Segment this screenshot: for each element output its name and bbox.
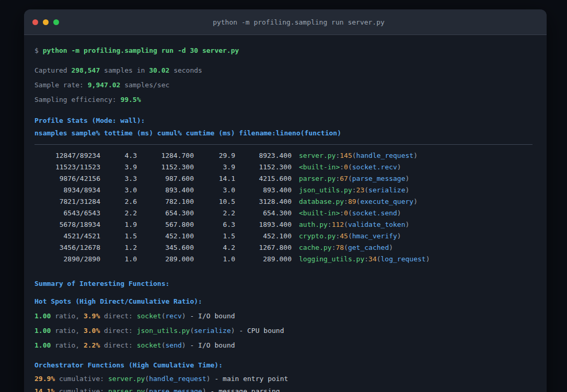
filename: <built-in>	[299, 163, 340, 171]
filename: database.py	[299, 198, 344, 205]
nsamples-cell: 5678/18934	[34, 219, 100, 230]
stats-row: 11523/115233.91152.3003.91152.300<built-…	[34, 162, 536, 173]
function-name: recv	[166, 312, 182, 320]
filename: server.py	[299, 152, 335, 159]
captured-label: Captured	[34, 66, 71, 74]
nsamples-cell: 3456/12678	[34, 242, 100, 253]
desktop-background: python -m profiling.sampling run server.…	[0, 0, 567, 392]
punctuation: )	[406, 186, 410, 194]
punctuation: (	[145, 387, 149, 392]
punctuation: (	[352, 152, 356, 159]
punctuation: (	[348, 232, 352, 240]
filename: parser.py	[108, 387, 145, 392]
nsamples-cell: 12847/89234	[34, 150, 100, 162]
tottime-cell: 289.000	[137, 253, 194, 265]
function-cell: server.py:145(handle_request)	[299, 152, 418, 159]
lineno: 0	[344, 209, 348, 217]
punctuation: (	[377, 255, 381, 263]
stats-row: 5678/189341.9567.8006.31893.400auth.py:1…	[34, 219, 536, 230]
punctuation: )	[413, 198, 418, 205]
punctuation: :	[340, 209, 344, 217]
cumulative-pct-value: 14.1%	[34, 387, 55, 392]
cumulative-pct-value: 29.9%	[34, 375, 55, 383]
punctuation: :	[340, 163, 344, 171]
summary-section-title: Summary of Interesting Functions:	[34, 276, 536, 291]
stats-table: 12847/892344.31284.70029.98923.400server…	[34, 150, 536, 265]
ratio-value: 1.00	[34, 312, 51, 320]
tottime-cell: 345.600	[137, 242, 194, 253]
punctuation: (	[364, 186, 368, 194]
stats-table-header: nsamples sample% tottime (ms) cumul% cum…	[34, 127, 536, 140]
punctuation: )	[206, 375, 211, 383]
function-name: serialize	[194, 327, 230, 335]
terminal-window: python -m profiling.sampling run server.…	[24, 9, 547, 392]
cumtime-cell: 8923.400	[235, 150, 292, 162]
tottime-cell: 782.100	[137, 196, 194, 207]
tottime-cell: 1152.300	[137, 162, 194, 173]
command-line: $ python -m profiling.sampling run -d 30…	[34, 43, 536, 58]
sample-pct-cell: 3.0	[100, 185, 137, 196]
hot-spot-line: 1.00 ratio, 2.2% direct: socket(send) - …	[34, 338, 536, 353]
function-name: execute_query	[360, 198, 413, 205]
note-text: - message parsing	[206, 387, 280, 392]
function-name: validate_token	[348, 221, 406, 228]
tottime-cell: 1284.700	[137, 150, 194, 162]
close-button[interactable]	[32, 19, 38, 25]
punctuation: )	[426, 255, 430, 263]
sample-rate-value: 9,947.02	[88, 81, 121, 89]
direct-label: direct:	[100, 312, 136, 320]
punctuation: :	[352, 186, 356, 194]
function-cell: crypto.py:45(hmac_verify)	[299, 232, 401, 240]
note-text: - main entry point	[211, 375, 288, 383]
hot-spots-title: Hot Spots (High Direct/Cumulative Ratio)…	[34, 294, 536, 309]
sample-pct-cell: 2.2	[100, 207, 137, 219]
sample-pct-cell: 1.9	[100, 219, 137, 230]
efficiency-value: 99.5%	[120, 96, 141, 103]
cumul-pct-cell: 4.2	[194, 242, 235, 253]
stats-row: 7821/312842.6782.10010.53128.400database…	[34, 196, 536, 207]
punctuation: :	[344, 198, 348, 205]
cumul-pct-cell: 6.3	[194, 219, 235, 230]
cumtime-cell: 654.300	[235, 207, 292, 219]
function-name: send	[166, 341, 182, 349]
function-name: serialize	[368, 186, 405, 194]
ratio-value: 1.00	[34, 341, 51, 349]
efficiency-line: Sampling efficiency: 99.5%	[34, 93, 536, 107]
cumul-pct-cell: 1.5	[194, 230, 235, 242]
orchestrator-line: 29.9% cumulative: server.py(handle_reque…	[34, 373, 536, 385]
punctuation: :	[364, 255, 368, 263]
sample-pct-cell: 1.0	[100, 253, 137, 265]
punctuation: (	[344, 244, 348, 251]
nsamples-cell: 4521/4521	[34, 230, 100, 242]
lineno: 0	[344, 163, 348, 171]
tottime-cell: 987.600	[137, 173, 194, 185]
direct-pct-value: 3.9%	[84, 312, 100, 320]
maximize-button[interactable]	[53, 19, 59, 25]
punctuation: (	[348, 175, 352, 182]
punctuation: )	[182, 312, 186, 320]
filename: socket	[137, 312, 161, 320]
lineno: 89	[348, 198, 356, 205]
function-name: log_request	[381, 255, 426, 263]
punctuation: )	[406, 221, 410, 228]
note-text: - I/O bound	[186, 341, 235, 349]
filename: json_utils.py	[299, 186, 352, 194]
tottime-cell: 567.800	[137, 219, 194, 230]
hot-spots-list: 1.00 ratio, 3.9% direct: socket(recv) - …	[34, 309, 536, 353]
filename: server.py	[108, 375, 145, 383]
function-cell: json_utils.py:23(serialize)	[299, 186, 409, 194]
minimize-button[interactable]	[43, 19, 49, 25]
nsamples-cell: 9876/42156	[34, 173, 100, 185]
cumul-pct-cell: 10.5	[194, 196, 235, 207]
window-title: python -m profiling.sampling run server.…	[59, 18, 538, 26]
punctuation: :	[328, 221, 332, 228]
punctuation: (	[344, 221, 348, 228]
function-name: handle_request	[356, 152, 414, 159]
stats-row: 3456/126781.2345.6004.21267.800cache.py:…	[34, 242, 536, 253]
lineno: 45	[340, 232, 348, 240]
filename: cache.py	[299, 244, 332, 251]
cumtime-cell: 893.400	[235, 185, 292, 196]
lineno: 34	[368, 255, 377, 263]
captured-samples-value: 298,547	[71, 66, 100, 74]
filename: parser.py	[299, 175, 335, 182]
